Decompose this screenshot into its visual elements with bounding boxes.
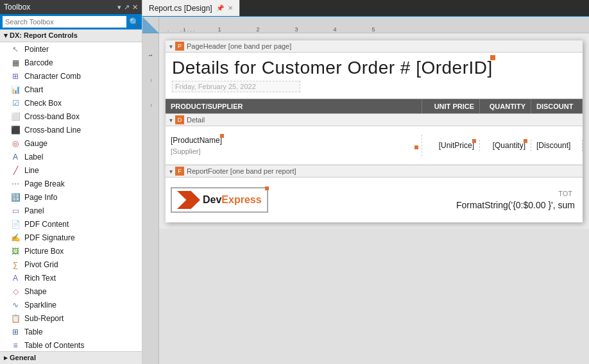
toolbox-item-label-page-break: Page Break — [24, 179, 65, 188]
toolbox-close-icon[interactable]: ✕ — [132, 3, 138, 12]
detail-collapse-arrow[interactable]: ▾ — [169, 117, 173, 124]
general-section[interactable]: ▸ General — [0, 351, 142, 364]
page-header-content: Details for Customer Order # [OrderID] F… — [166, 53, 583, 99]
toolbox-item-table-of-contents[interactable]: ≡Table of Contents — [0, 338, 142, 351]
toolbox-item-label-barcode: Barcode — [24, 58, 53, 67]
toolbox-float-icon[interactable]: ↗ — [124, 3, 130, 12]
tab-design-label: Report.cs [Design] — [149, 4, 212, 13]
pointer-icon: ↖ — [10, 44, 21, 54]
ruler-vertical: 1 – – — [142, 33, 159, 364]
title-container: Details for Customer Order # [OrderID] — [172, 58, 493, 78]
toolbox-item-label[interactable]: ALabel — [0, 150, 142, 163]
detail-band-label: Detail — [187, 116, 205, 124]
tab-close-icon[interactable]: ✕ — [228, 4, 233, 12]
vruler-tick: – — [148, 104, 153, 106]
footer-collapse-arrow[interactable]: ▾ — [169, 168, 173, 175]
product-name-field[interactable]: [ProductName] — [171, 136, 222, 145]
toolbox-item-label-shape: Shape — [24, 287, 47, 296]
total-formula-field[interactable]: FormatString('{0:$0.00 }', sum — [275, 200, 577, 210]
toolbox-item-shape[interactable]: ◇Shape — [0, 285, 142, 298]
page-break-icon: ⋯ — [10, 179, 21, 189]
toolbox-title: Toolbox — [4, 3, 30, 12]
toolbox-item-pdf-signature[interactable]: ✍PDF Signature — [0, 231, 142, 244]
sparkline-icon: ∿ — [10, 300, 21, 310]
toolbox-item-label-chart: Chart — [24, 85, 43, 94]
toolbox-item-label-cross-band-line: Cross-band Line — [24, 126, 81, 135]
vruler-tick: 1 — [148, 54, 153, 56]
report-footer-content: DevExpress TOT FormatString('{0:$0.00 }'… — [166, 178, 583, 222]
toolbox-item-pivot-grid[interactable]: ∑Pivot Grid — [0, 258, 142, 271]
toolbox-item-label-pdf-signature: PDF Signature — [24, 233, 75, 242]
toolbox-section-header[interactable]: ▾ DX: Report Controls — [0, 29, 142, 42]
toolbox-item-picture-box[interactable]: 🖼Picture Box — [0, 244, 142, 258]
devexpress-logo[interactable]: DevExpress — [171, 187, 268, 213]
ruler-corner — [142, 17, 159, 33]
tab-bar: Report.cs [Design] 📌 ✕ — [142, 0, 589, 17]
toolbox-item-label-sparkline: Sparkline — [24, 301, 56, 310]
search-icon[interactable]: 🔍 — [129, 17, 139, 27]
supplier-field[interactable]: [Supplier] — [171, 147, 416, 155]
toolbox-item-page-break[interactable]: ⋯Page Break — [0, 177, 142, 190]
detail-band-icon: D — [175, 115, 184, 124]
toolbox-item-panel[interactable]: ▭Panel — [0, 204, 142, 217]
toolbox-item-page-info[interactable]: 🔢Page Info — [0, 190, 142, 204]
ruler-tick: 2 — [239, 26, 277, 33]
ruler-tick: 4 — [316, 26, 354, 33]
toolbox-item-pdf-content[interactable]: 📄PDF Content — [0, 217, 142, 231]
toolbox-item-label-pivot-grid: Pivot Grid — [24, 260, 58, 269]
toolbox-item-check-box[interactable]: ☑Check Box — [0, 96, 142, 110]
general-section-label: ▸ General — [4, 354, 36, 362]
panel-icon: ▭ — [10, 206, 21, 216]
price-field-handle — [472, 139, 476, 143]
footer-right: TOT FormatString('{0:$0.00 }', sum — [275, 190, 577, 210]
toolbox-item-line[interactable]: ╱Line — [0, 163, 142, 177]
unit-price-field[interactable]: [UnitPrice] — [439, 141, 474, 150]
toolbox-item-gauge[interactable]: ◎Gauge — [0, 136, 142, 150]
column-headers-row: PRODUCT/SUPPLIER UNIT PRICE QUANTITY DIS… — [166, 99, 583, 113]
design-surface[interactable]: . . 1 . . . 1 2 3 4 5 1 – – ▾ P — [142, 17, 589, 364]
toolbox-item-label-line: Line — [24, 166, 39, 175]
title-selection-handle — [490, 55, 495, 60]
toolbox-item-table[interactable]: ⊞Table — [0, 325, 142, 338]
toolbox-item-character-comb[interactable]: ⊞Character Comb — [0, 69, 142, 83]
discount-field[interactable]: [Discount] — [536, 141, 570, 150]
toolbox-item-chart[interactable]: 📊Chart — [0, 83, 142, 96]
toolbox-item-sub-report[interactable]: 📋Sub-Report — [0, 311, 142, 325]
table-of-contents-icon: ≡ — [10, 340, 21, 351]
date-label[interactable]: Friday, February 25, 2022 — [172, 81, 300, 92]
rich-text-icon: A — [10, 273, 21, 283]
toolbox-item-rich-text[interactable]: ARich Text — [0, 271, 142, 285]
product-field-handle — [220, 134, 224, 138]
col-header-discount: DISCOUNT — [531, 99, 583, 113]
toolbox-pin-icon[interactable]: ▾ — [117, 3, 121, 12]
logo-icon — [177, 191, 200, 209]
toolbox-item-barcode[interactable]: ▦Barcode — [0, 56, 142, 69]
search-toolbox-bar: 🔍 — [0, 14, 142, 29]
picture-box-icon: 🖼 — [10, 246, 21, 256]
toolbox-item-sparkline[interactable]: ∿Sparkline — [0, 298, 142, 311]
toolbox-item-pointer[interactable]: ↖Pointer — [0, 42, 142, 56]
svg-marker-0 — [142, 17, 159, 33]
ruler-tick: 3 — [277, 26, 316, 33]
toolbox-items-list: ↖Pointer▦Barcode⊞Character Comb📊Chart☑Ch… — [0, 42, 142, 351]
search-toolbox-input[interactable] — [3, 16, 126, 28]
tab-pin-icon: 📌 — [216, 4, 224, 12]
toolbox-titlebar: Toolbox ▾ ↗ ✕ — [0, 0, 142, 14]
pdf-content-icon: 📄 — [10, 219, 21, 229]
check-box-icon: ☑ — [10, 98, 21, 108]
toolbox-item-label-character-comb: Character Comb — [24, 72, 81, 81]
barcode-icon: ▦ — [10, 58, 21, 68]
toolbox-item-cross-band-line[interactable]: ⬛Cross-band Line — [0, 123, 142, 136]
ruler-tick: . — [162, 27, 175, 33]
quantity-field[interactable]: [Quantity] — [493, 141, 525, 150]
page-info-icon: 🔢 — [10, 192, 21, 203]
report-footer-band: ▾ F ReportFooter [one band per report] — [166, 165, 583, 178]
toolbox-item-label-panel: Panel — [24, 206, 44, 215]
pivot-grid-icon: ∑ — [10, 260, 21, 270]
detail-row: [ProductName] [Supplier] [UnitPri — [166, 126, 583, 165]
toolbox-item-label-pdf-content: PDF Content — [24, 220, 69, 229]
toolbox-item-cross-band-box[interactable]: ⬜Cross-band Box — [0, 110, 142, 123]
report-title[interactable]: Details for Customer Order # [OrderID] — [172, 58, 493, 78]
band-collapse-arrow[interactable]: ▾ — [169, 43, 173, 50]
tab-design[interactable]: Report.cs [Design] 📌 ✕ — [142, 0, 240, 16]
